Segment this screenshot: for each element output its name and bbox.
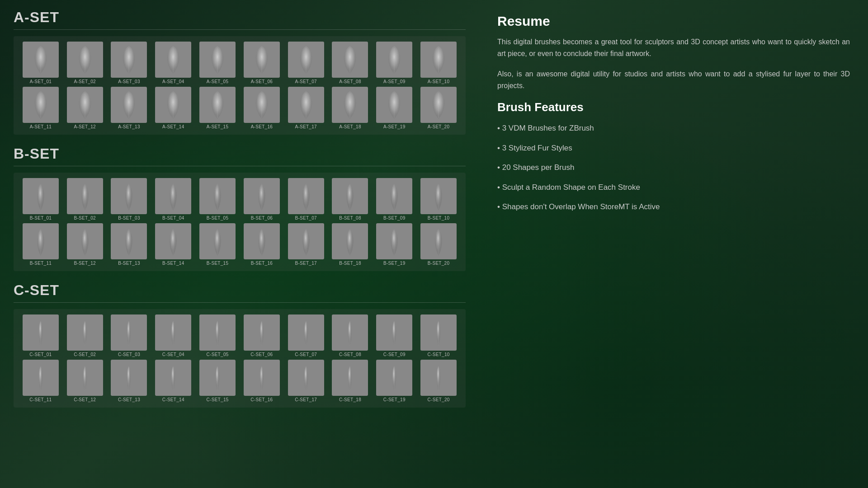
brush-item[interactable]: B-SET_10 xyxy=(418,178,459,221)
brush-item[interactable]: A-SET_01 xyxy=(20,42,61,84)
brush-label: A-SET_04 xyxy=(162,79,184,84)
brush-item[interactable]: C-SET_09 xyxy=(373,314,415,357)
brush-item[interactable]: A-SET_03 xyxy=(108,42,150,84)
brush-item[interactable]: C-SET_13 xyxy=(108,360,150,402)
brush-item[interactable]: A-SET_13 xyxy=(108,87,150,129)
brush-item[interactable]: B-SET_09 xyxy=(373,178,415,221)
brush-item[interactable]: A-SET_05 xyxy=(197,42,238,84)
brush-item[interactable]: B-SET_13 xyxy=(108,223,150,266)
brush-item[interactable]: C-SET_14 xyxy=(152,360,194,402)
brush-thumbnail xyxy=(376,314,412,351)
brush-item[interactable]: C-SET_19 xyxy=(373,360,415,402)
section-divider-c-set xyxy=(14,302,466,303)
brush-item[interactable]: C-SET_03 xyxy=(108,314,150,357)
brush-label: C-SET_08 xyxy=(339,352,361,357)
brush-item[interactable]: A-SET_06 xyxy=(241,42,283,84)
brush-thumbnail xyxy=(244,178,280,214)
brush-thumbnail xyxy=(199,87,236,123)
brush-item[interactable]: C-SET_06 xyxy=(241,314,283,357)
brush-item[interactable]: B-SET_14 xyxy=(152,223,194,266)
brush-item[interactable]: A-SET_07 xyxy=(285,42,327,84)
brush-item[interactable]: C-SET_07 xyxy=(285,314,327,357)
brush-item[interactable]: A-SET_19 xyxy=(373,87,415,129)
brush-item[interactable]: A-SET_02 xyxy=(64,42,106,84)
brush-item[interactable]: A-SET_16 xyxy=(241,87,283,129)
brush-item[interactable]: C-SET_05 xyxy=(197,314,238,357)
resume-title: Resume xyxy=(497,14,850,29)
brush-item[interactable]: B-SET_11 xyxy=(20,223,61,266)
brush-label: A-SET_17 xyxy=(295,124,317,129)
brush-item[interactable]: B-SET_15 xyxy=(197,223,238,266)
brush-item[interactable]: A-SET_11 xyxy=(20,87,61,129)
brush-label: B-SET_07 xyxy=(295,216,317,221)
brush-label: B-SET_11 xyxy=(30,261,52,266)
brush-item[interactable]: B-SET_20 xyxy=(418,223,459,266)
brush-label: B-SET_19 xyxy=(383,261,406,266)
brush-thumbnail xyxy=(111,42,147,78)
section-title-a-set: A-SET xyxy=(14,9,466,26)
brush-item[interactable]: C-SET_02 xyxy=(64,314,106,357)
brush-item[interactable]: B-SET_07 xyxy=(285,178,327,221)
brush-item[interactable]: B-SET_12 xyxy=(64,223,106,266)
brush-label: A-SET_11 xyxy=(30,124,52,129)
brush-item[interactable]: B-SET_01 xyxy=(20,178,61,221)
brush-thumbnail xyxy=(288,42,324,78)
brush-item[interactable]: A-SET_18 xyxy=(330,87,371,129)
brush-label: C-SET_04 xyxy=(162,352,184,357)
brush-item[interactable]: B-SET_19 xyxy=(373,223,415,266)
brush-label: B-SET_01 xyxy=(30,216,52,221)
brush-thumbnail xyxy=(332,314,368,351)
brush-item[interactable]: B-SET_17 xyxy=(285,223,327,266)
features-title: Brush Features xyxy=(497,100,850,114)
brush-thumbnail xyxy=(111,87,147,123)
brush-label: A-SET_12 xyxy=(74,124,96,129)
brush-item[interactable]: B-SET_08 xyxy=(330,178,371,221)
brush-item[interactable]: B-SET_04 xyxy=(152,178,194,221)
brush-item[interactable]: B-SET_06 xyxy=(241,178,283,221)
brush-thumbnail xyxy=(288,223,324,259)
brush-item[interactable]: C-SET_18 xyxy=(330,360,371,402)
brush-item[interactable]: B-SET_16 xyxy=(241,223,283,266)
brush-thumbnail xyxy=(155,314,191,351)
brush-label: A-SET_14 xyxy=(162,124,184,129)
brush-item[interactable]: C-SET_10 xyxy=(418,314,459,357)
brush-thumbnail xyxy=(23,314,59,351)
brush-label: B-SET_09 xyxy=(383,216,406,221)
brush-grid-b-set: B-SET_01 B-SET_02 xyxy=(20,178,459,266)
brush-item[interactable]: A-SET_14 xyxy=(152,87,194,129)
right-panel: Resume This digital brushes becomes a gr… xyxy=(479,0,868,488)
brush-item[interactable]: B-SET_02 xyxy=(64,178,106,221)
brush-item[interactable]: C-SET_08 xyxy=(330,314,371,357)
brush-thumbnail xyxy=(67,178,103,214)
brush-item[interactable]: A-SET_08 xyxy=(330,42,371,84)
brush-item[interactable]: C-SET_01 xyxy=(20,314,61,357)
brush-thumbnail xyxy=(199,360,236,396)
brush-label: B-SET_08 xyxy=(339,216,361,221)
brush-item[interactable]: B-SET_05 xyxy=(197,178,238,221)
brush-item[interactable]: B-SET_03 xyxy=(108,178,150,221)
brush-label: C-SET_17 xyxy=(295,397,317,402)
brush-item[interactable]: A-SET_09 xyxy=(373,42,415,84)
brush-item[interactable]: C-SET_20 xyxy=(418,360,459,402)
brush-label: B-SET_12 xyxy=(74,261,96,266)
feature-item: Sculpt a Random Shape on Each Stroke xyxy=(497,182,850,193)
brush-item[interactable]: C-SET_16 xyxy=(241,360,283,402)
brush-thumbnail xyxy=(23,360,59,396)
brush-thumbnail xyxy=(199,42,236,78)
brush-grid-container-b-set: B-SET_01 B-SET_02 xyxy=(14,173,466,271)
brush-item[interactable]: C-SET_15 xyxy=(197,360,238,402)
brush-item[interactable]: A-SET_04 xyxy=(152,42,194,84)
brush-item[interactable]: C-SET_11 xyxy=(20,360,61,402)
brush-item[interactable]: C-SET_17 xyxy=(285,360,327,402)
brush-item[interactable]: A-SET_10 xyxy=(418,42,459,84)
brush-item[interactable]: A-SET_17 xyxy=(285,87,327,129)
brush-item[interactable]: C-SET_12 xyxy=(64,360,106,402)
brush-item[interactable]: C-SET_04 xyxy=(152,314,194,357)
brush-label: B-SET_10 xyxy=(428,216,450,221)
brush-item[interactable]: A-SET_12 xyxy=(64,87,106,129)
brush-thumbnail xyxy=(23,223,59,259)
brush-item[interactable]: A-SET_15 xyxy=(197,87,238,129)
brush-item[interactable]: A-SET_20 xyxy=(418,87,459,129)
brush-item[interactable]: B-SET_18 xyxy=(330,223,371,266)
brush-thumbnail xyxy=(155,223,191,259)
